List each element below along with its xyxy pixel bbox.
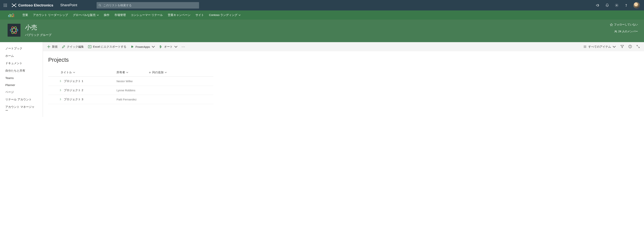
hubnav-item-operations[interactable]: 操作	[104, 13, 110, 17]
powerapps-icon	[130, 45, 134, 48]
plus-icon	[47, 45, 50, 48]
svg-point-26	[10, 29, 18, 32]
leftnav-item-planner[interactable]: Planner	[0, 81, 43, 89]
leftnav-item-home[interactable]: ホーム	[0, 52, 43, 60]
svg-point-21	[626, 6, 626, 7]
column-header-owner[interactable]: 所有者	[114, 68, 147, 77]
svg-line-52	[60, 89, 61, 90]
filter-button[interactable]	[620, 45, 624, 49]
overflow-menu[interactable]: ···	[182, 45, 186, 48]
svg-line-15	[14, 4, 16, 5]
chevron-down-icon	[97, 14, 99, 16]
svg-rect-23	[10, 15, 11, 17]
svg-marker-37	[132, 45, 134, 48]
search-input[interactable]	[103, 4, 197, 7]
info-button[interactable]	[628, 45, 632, 49]
svg-line-49	[60, 80, 61, 81]
leftnav-item-shared[interactable]: 自分たちと共有	[0, 67, 43, 74]
hubnav-item-account-leadership[interactable]: アカウント リーダーシップ	[33, 13, 68, 17]
svg-line-16	[12, 5, 14, 7]
svg-line-19	[100, 6, 101, 6]
site-title: 小売	[25, 23, 52, 32]
chevron-down-icon	[126, 71, 128, 74]
export-excel-button[interactable]: X Excel にエクスポートする	[88, 45, 126, 49]
chevron-down-icon	[73, 71, 75, 74]
view-selector[interactable]: すべてのアイテム	[583, 45, 616, 49]
plus-icon	[149, 71, 151, 74]
chevron-down-icon	[612, 45, 616, 48]
svg-line-46	[638, 47, 640, 48]
svg-line-55	[60, 98, 61, 99]
svg-line-51	[60, 81, 61, 82]
filter-icon	[620, 45, 624, 48]
leftnav-item-notebook[interactable]: ノートブック	[0, 45, 43, 52]
svg-point-18	[99, 4, 100, 6]
expand-icon	[636, 45, 640, 48]
svg-line-56	[60, 99, 61, 100]
hubnav-item-consumer-retail[interactable]: コンシューマー リテール	[131, 13, 163, 17]
svg-point-3	[4, 5, 4, 6]
svg-point-8	[6, 6, 7, 7]
chevron-down-icon	[165, 71, 167, 74]
leftnav-item-pages[interactable]: ページ	[0, 89, 43, 96]
svg-text:X: X	[89, 46, 90, 48]
svg-point-7	[5, 6, 6, 7]
table-row[interactable]: プロジェクト 1 Nestor Wilke	[48, 77, 213, 86]
list-table: タイトル 所有者 列の追加 プロジェクト 1	[48, 68, 213, 104]
svg-point-0	[4, 4, 4, 4]
members-button[interactable]: 24 人のメンバー	[610, 30, 638, 33]
brand-name: Contoso Electronics	[18, 3, 53, 8]
pencil-icon	[62, 45, 65, 48]
people-icon	[614, 30, 617, 33]
hubnav-item-sales-campaign[interactable]: 営業キャンペーン	[168, 13, 190, 17]
excel-icon: X	[88, 45, 92, 48]
svg-rect-24	[12, 16, 12, 17]
brand-logo[interactable]: Contoso Electronics	[12, 3, 53, 8]
powerapps-button[interactable]: PowerApps	[130, 45, 155, 48]
site-header: 小売 パブリック グループ フォローしていない 24 人のメンバー	[0, 20, 644, 42]
svg-point-1	[5, 4, 6, 4]
cell-title: プロジェクト 2	[64, 89, 83, 92]
column-header-title[interactable]: タイトル	[48, 68, 114, 77]
table-row[interactable]: プロジェクト 2 Lynne Robbins	[48, 86, 213, 95]
leftnav-item-account-manager[interactable]: アカウント マネージャー	[0, 103, 43, 114]
table-row[interactable]: プロジェクト 3 Patti Fernandez	[48, 95, 213, 104]
megaphone-icon[interactable]	[596, 3, 600, 8]
appbar-actions	[596, 2, 642, 9]
flow-icon	[159, 45, 162, 48]
help-icon[interactable]	[624, 3, 628, 8]
leftnav-item-documents[interactable]: ドキュメント	[0, 60, 43, 67]
hubnav-item-sales[interactable]: 営業	[22, 13, 28, 17]
svg-point-5	[6, 5, 7, 6]
svg-line-54	[60, 90, 61, 91]
chevron-down-icon	[174, 45, 178, 48]
cell-title: プロジェクト 3	[64, 98, 83, 101]
svg-line-57	[60, 100, 61, 100]
info-icon	[628, 45, 632, 48]
cell-owner: Patti Fernandez	[114, 95, 147, 104]
search-box[interactable]	[96, 2, 199, 9]
hubnav-item-site[interactable]: サイト	[196, 13, 204, 17]
new-button[interactable]: 新規	[47, 45, 58, 49]
app-launcher-icon[interactable]	[2, 2, 9, 9]
avatar[interactable]	[633, 2, 640, 9]
bell-icon[interactable]	[605, 3, 610, 8]
gear-icon[interactable]	[614, 3, 619, 8]
follow-button[interactable]: フォローしていない	[610, 23, 638, 26]
hubnav-item-global-sales[interactable]: グローバルな販売	[73, 13, 99, 17]
leftnav-item-retail-account[interactable]: リテール アカウント	[0, 96, 43, 103]
leftnav-item-teams[interactable]: Teams	[0, 74, 43, 81]
command-bar: 新規 クイック編集 X Excel にエクスポートする PowerApps オー…	[43, 42, 644, 51]
add-column-button[interactable]: 列の追加	[147, 68, 213, 77]
product-name[interactable]: SharePoint	[60, 3, 77, 7]
quick-edit-button[interactable]: クイック編集	[62, 45, 84, 49]
site-logo[interactable]	[8, 24, 20, 37]
automate-button[interactable]: オート	[159, 45, 178, 49]
svg-point-2	[6, 4, 7, 4]
svg-line-50	[60, 81, 61, 81]
expand-button[interactable]	[636, 45, 640, 49]
item-icon	[60, 98, 62, 101]
cell-owner: Nestor Wilke	[114, 77, 147, 86]
hubnav-item-market-admin[interactable]: 市場管理	[114, 13, 126, 17]
hubnav-item-contoso-landing[interactable]: Contoso ランディング	[209, 13, 240, 17]
